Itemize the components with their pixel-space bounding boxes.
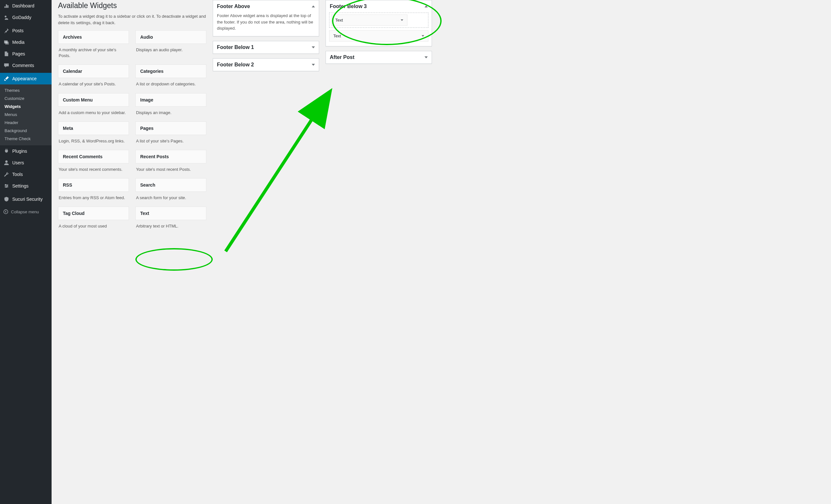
plug-icon [3, 148, 10, 154]
available-widget-cell: Custom MenuAdd a custom menu to your sid… [58, 93, 129, 121]
available-widget-chip[interactable]: Recent Comments [58, 150, 129, 164]
widget-area-footer-below-1: Footer Below 1 [213, 41, 319, 54]
submenu-item-header[interactable]: Header [0, 119, 52, 127]
chevron-down-icon [401, 19, 403, 21]
widget-area-header[interactable]: Footer Below 1 [213, 41, 319, 54]
sidebar-item-pages[interactable]: Pages [0, 48, 52, 60]
available-widgets-heading: Available Widgets [58, 1, 206, 10]
available-widget-chip[interactable]: Categories [135, 64, 206, 78]
available-widget-chip[interactable]: Meta [58, 121, 129, 135]
available-widget-description: Displays an image. [135, 107, 206, 118]
comment-icon [3, 62, 10, 69]
widget-drop-zone[interactable]: Text [329, 12, 428, 28]
sidebar-item-label: GoDaddy [12, 15, 31, 20]
submenu-item-themecheck[interactable]: Theme Check [0, 135, 52, 143]
sidebar-item-label: Dashboard [12, 3, 34, 8]
sidebar-item-tools[interactable]: Tools [0, 169, 52, 180]
available-widget-description: A list or dropdown of categories. [135, 78, 206, 90]
chevron-down-icon [312, 64, 315, 66]
widget-area-header[interactable]: Footer Above [213, 0, 319, 12]
available-widget-chip[interactable]: Text [135, 207, 206, 220]
widget-area-description: Footer Above widget area is displayed at… [213, 12, 319, 36]
admin-sidebar: Dashboard GoDaddy Posts Media Pages Comm… [0, 0, 52, 504]
available-widget-description: Arbitrary text or HTML. [135, 220, 206, 232]
available-widget-chip[interactable]: Archives [58, 30, 129, 44]
sidebar-item-label: Tools [12, 172, 23, 177]
widget-area-header[interactable]: After Post [326, 51, 432, 63]
settings-icon [3, 183, 10, 189]
sidebar-item-sucuri[interactable]: Sucuri Security [0, 194, 52, 205]
available-widget-chip[interactable]: Audio [135, 30, 206, 44]
chevron-down-icon [312, 47, 315, 48]
submenu-item-menus[interactable]: Menus [0, 111, 52, 119]
widget-instance-name: Text [333, 33, 341, 38]
svg-point-6 [5, 186, 7, 188]
dashboard-icon [3, 3, 10, 9]
annotation-oval-text-widget [135, 248, 213, 271]
widget-name: Pages [140, 126, 153, 131]
widget-area-title: Footer Below 2 [217, 62, 254, 68]
available-widget-chip[interactable]: Search [135, 178, 206, 192]
available-widget-chip[interactable]: Calendar [58, 64, 129, 78]
widget-name: Categories [140, 69, 164, 74]
available-widget-cell: SearchA search form for your site. [135, 178, 206, 207]
widget-name: Search [140, 182, 155, 187]
wrench-icon [3, 171, 10, 178]
chevron-up-icon [312, 5, 315, 7]
widget-name: Archives [63, 34, 82, 40]
widget-name: Meta [63, 126, 73, 131]
available-widget-cell: CalendarA calendar of your site's Posts. [58, 64, 129, 93]
sidebar-item-settings[interactable]: Settings [0, 180, 52, 192]
widget-area-header[interactable]: Footer Below 3 [326, 0, 432, 12]
chevron-down-icon [425, 56, 428, 58]
available-widget-chip[interactable]: Recent Posts [135, 150, 206, 164]
widget-area-title: After Post [330, 55, 354, 60]
widget-name: Recent Comments [63, 154, 103, 159]
sidebar-item-comments[interactable]: Comments [0, 60, 52, 71]
sidebar-item-posts[interactable]: Posts [0, 25, 52, 36]
svg-point-3 [5, 160, 7, 163]
chevron-up-icon [425, 5, 428, 7]
widget-area-header[interactable]: Footer Below 2 [213, 59, 319, 71]
sidebar-item-label: Settings [12, 183, 29, 188]
available-widget-chip[interactable]: RSS [58, 178, 129, 192]
available-widget-chip[interactable]: Tag Cloud [58, 207, 129, 220]
available-widget-description: Your site's most recent comments. [58, 164, 129, 175]
submenu-item-customize[interactable]: Customize [0, 94, 52, 102]
widget-name: Text [140, 211, 149, 216]
sidebar-item-label: Comments [12, 63, 34, 68]
sidebar-submenu-appearance: Themes Customize Widgets Menus Header Ba… [0, 84, 52, 145]
submenu-item-background[interactable]: Background [0, 127, 52, 135]
widget-instance-text[interactable]: Text [329, 30, 428, 41]
available-widget-description: Entries from any RSS or Atom feed. [58, 192, 129, 203]
page-icon [3, 51, 10, 57]
sidebar-item-plugins[interactable]: Plugins [0, 145, 52, 157]
available-widget-chip[interactable]: Pages [135, 121, 206, 135]
available-widget-cell: Tag CloudA cloud of your most used [58, 207, 129, 235]
sidebar-item-media[interactable]: Media [0, 36, 52, 48]
available-widget-cell: ImageDisplays an image. [135, 93, 206, 121]
available-widget-description: A calendar of your site's Posts. [58, 78, 129, 90]
available-widget-chip[interactable]: Custom Menu [58, 93, 129, 107]
widget-area-footer-below-2: Footer Below 2 [213, 58, 319, 71]
sidebar-item-label: Pages [12, 51, 25, 56]
available-widget-chip[interactable]: Image [135, 93, 206, 107]
sidebar-collapse-button[interactable]: Collapse menu [0, 207, 52, 217]
available-widget-cell: TextArbitrary text or HTML. [135, 207, 206, 235]
sidebar-item-appearance[interactable]: Appearance [0, 73, 52, 84]
svg-point-5 [7, 185, 8, 186]
widget-instance-text-dragging[interactable]: Text [331, 14, 407, 26]
sidebar-item-dashboard[interactable]: Dashboard [0, 0, 52, 11]
widget-area-column-1: Footer Above Footer Above widget area is… [213, 0, 319, 76]
svg-point-4 [5, 184, 6, 186]
submenu-item-themes[interactable]: Themes [0, 86, 52, 94]
sidebar-item-users[interactable]: Users [0, 157, 52, 169]
submenu-item-widgets[interactable]: Widgets [0, 102, 52, 111]
widget-name: Custom Menu [63, 97, 93, 102]
widget-name: Recent Posts [140, 154, 169, 159]
media-icon [3, 39, 10, 46]
sidebar-item-godaddy[interactable]: GoDaddy [0, 11, 52, 23]
available-widgets-description: To activate a widget drag it to a sideba… [58, 13, 206, 26]
collapse-label: Collapse menu [11, 209, 39, 214]
widget-name: RSS [63, 182, 72, 187]
